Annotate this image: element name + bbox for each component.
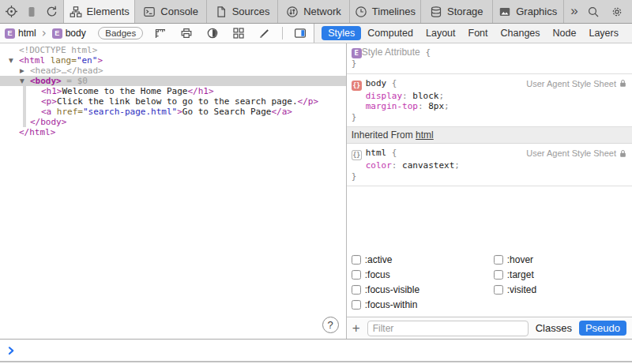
tab-network[interactable]: Network <box>277 0 348 23</box>
checkbox[interactable] <box>352 300 361 310</box>
open-brace: { <box>425 47 431 58</box>
main-toolbar: ElementsConsoleSourcesNetworkTimelinesSt… <box>0 0 632 24</box>
printer-button[interactable] <box>178 24 195 42</box>
inherited-label: Inherited From <box>352 129 416 141</box>
grid-overlay-icon <box>232 27 245 39</box>
dom-tree-row[interactable]: <h1>Welcome to the Home Page</h1> <box>0 86 346 96</box>
checkbox[interactable] <box>352 285 361 295</box>
device-button[interactable] <box>23 3 40 21</box>
tab-elements[interactable]: Elements <box>63 0 134 23</box>
ruler-button[interactable] <box>152 24 169 42</box>
nav-actions: Badges <box>98 24 309 42</box>
search-button[interactable] <box>585 3 602 21</box>
tab-layout[interactable]: Layout <box>419 26 462 40</box>
node-navigation-bar: Ehtml›Ebody Badges <box>0 24 314 43</box>
tab-storage[interactable]: Storage <box>420 0 491 23</box>
help-button[interactable]: ? <box>322 317 339 333</box>
sources-icon <box>215 6 228 18</box>
disclosure-down-icon[interactable]: ▼ <box>9 56 13 65</box>
add-rule-button[interactable]: + <box>352 321 360 335</box>
dom-tree-row[interactable]: <a href="search-page.html">Go to Search … <box>0 107 346 117</box>
pseudo-toggle-focus[interactable]: :focus <box>352 267 494 282</box>
braces-icon: {} <box>352 81 362 91</box>
appearance-button[interactable] <box>204 24 221 42</box>
breadcrumb-separator: › <box>42 26 47 40</box>
css-declaration[interactable]: margin-top: 8px; <box>352 101 627 112</box>
pseudo-label: :focus-visible <box>365 284 419 295</box>
checkbox[interactable] <box>352 255 361 265</box>
rule-selector[interactable]: body <box>366 78 387 88</box>
tab-styles[interactable]: Styles <box>322 26 361 40</box>
element-picker-button[interactable] <box>3 3 21 21</box>
css-rule-html[interactable]: {}html {color: canvastext;}User Agent St… <box>347 144 632 186</box>
css-value: 8px <box>428 101 444 111</box>
dom-tree-row[interactable]: ▼<body> = $0 <box>0 76 346 86</box>
lock-icon <box>619 149 626 158</box>
checkbox[interactable] <box>494 270 503 280</box>
tab-font[interactable]: Font <box>462 26 495 40</box>
css-declaration[interactable]: color: canvastext; <box>352 160 627 171</box>
pseudo-label: :target <box>507 269 534 280</box>
checkbox[interactable] <box>352 270 361 280</box>
pseudo-toggle-focus-visible[interactable]: :focus-visible <box>352 282 494 297</box>
toolbar-right: » <box>564 0 632 23</box>
badges-button[interactable]: Badges <box>98 27 143 39</box>
reload-button[interactable] <box>43 3 61 21</box>
stylesheet-source-label: User Agent Style Sheet <box>526 79 626 88</box>
disclosure-down-icon[interactable]: ▼ <box>20 77 24 85</box>
pseudo-toggle-target[interactable]: :target <box>494 267 627 282</box>
checkbox[interactable] <box>494 255 503 265</box>
classes-toggle-button[interactable]: Classes <box>536 322 572 334</box>
rule-selector[interactable]: html <box>366 148 387 158</box>
colon: : <box>392 160 402 171</box>
lock-icon <box>619 79 626 88</box>
overflow-chevrons-icon[interactable]: » <box>570 4 577 19</box>
gear-button[interactable] <box>608 3 626 21</box>
breadcrumb-item-body[interactable]: Ebody <box>52 28 86 39</box>
breadcrumb-item-html[interactable]: Ehtml <box>5 28 36 39</box>
pseudo-toggle-button[interactable]: Pseudo <box>579 321 626 336</box>
storage-icon <box>430 6 442 18</box>
braces-icon: {} <box>352 150 362 160</box>
paint-brush-button[interactable] <box>256 24 273 42</box>
tab-changes[interactable]: Changes <box>495 26 547 40</box>
dom-tree-row[interactable]: </html> <box>0 127 346 137</box>
pseudo-toggle-active[interactable]: :active <box>352 252 494 267</box>
dom-tree-row[interactable]: ▶<head>…</head> <box>0 66 346 76</box>
grid-overlay-button[interactable] <box>230 24 247 42</box>
inherited-node-link[interactable]: html <box>416 129 434 141</box>
css-rule-body[interactable]: {}body {display: block;margin-top: 8px;}… <box>347 74 632 128</box>
semicolon: ; <box>438 91 444 101</box>
dom-tree-row[interactable]: <!DOCTYPE html> <box>0 45 346 55</box>
dom-tree-row[interactable]: <p>Click the link below to go to the sea… <box>0 96 346 107</box>
disclosure-right-icon[interactable]: ▶ <box>20 66 24 75</box>
css-declaration[interactable]: display: block; <box>352 91 627 102</box>
code-segment: "en" <box>77 55 98 66</box>
tab-console[interactable]: Console <box>134 0 205 23</box>
tab-computed[interactable]: Computed <box>361 26 419 40</box>
pseudo-toggle-visited[interactable]: :visited <box>494 282 627 297</box>
tab-timelines[interactable]: Timelines <box>349 0 420 23</box>
toolbar-tabs: ElementsConsoleSourcesNetworkTimelinesSt… <box>63 0 564 23</box>
dom-tree-row[interactable]: ▼<html lang="en"> <box>0 55 346 66</box>
pseudo-toggle-hover[interactable]: :hover <box>494 252 627 267</box>
code-segment: <p> <box>41 96 57 107</box>
pseudo-empty-cell <box>494 297 627 312</box>
checkbox[interactable] <box>494 285 503 295</box>
tab-label: Storage <box>447 6 483 17</box>
filter-input[interactable] <box>367 321 529 336</box>
dom-tree-row[interactable]: </body> <box>0 117 346 127</box>
tab-layers[interactable]: Layers <box>582 26 625 40</box>
pseudo-toggle-focus-within[interactable]: :focus-within <box>352 297 494 312</box>
style-attribute-section[interactable]: EStyle Attribute { } <box>347 43 632 74</box>
code-segment: "search-page.html" <box>83 107 177 117</box>
tab-node[interactable]: Node <box>547 26 583 40</box>
quick-console[interactable] <box>0 339 632 362</box>
sidebar-toggle-button[interactable] <box>292 24 309 42</box>
tab-sources[interactable]: Sources <box>206 0 277 23</box>
sidebar-toggle-icon <box>294 27 307 39</box>
pseudo-label: :focus-within <box>365 299 418 310</box>
tab-graphics[interactable]: Graphics <box>492 0 564 23</box>
content-area: <!DOCTYPE html>▼<html lang="en">▶<head>…… <box>0 43 632 339</box>
inherited-from-header: Inherited From html <box>347 127 632 144</box>
